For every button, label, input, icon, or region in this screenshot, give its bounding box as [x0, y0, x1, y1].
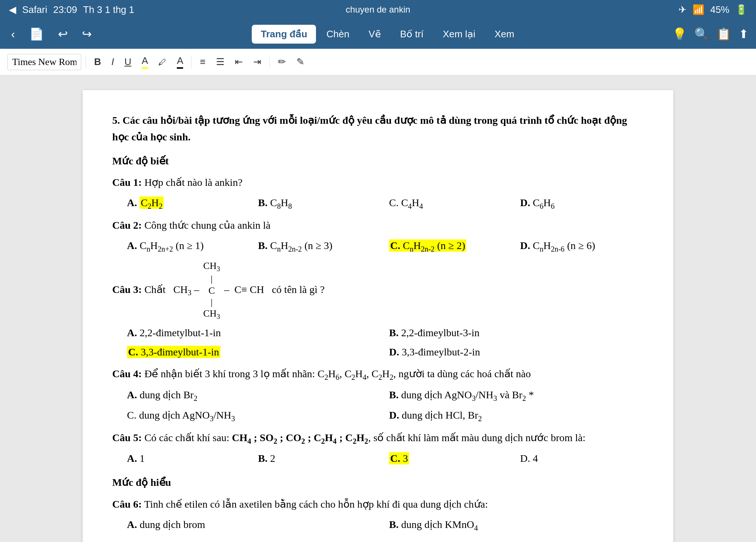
question-4: Câu 4: Để nhận biết 3 khí trong 3 lọ mất…: [112, 366, 644, 383]
text-a-label: A: [177, 55, 183, 66]
tab-trang-dau[interactable]: Trang đầu: [252, 25, 316, 44]
numbered-list-button[interactable]: ☰: [212, 54, 228, 70]
answer-3b: B. 2,2-đimeylbut-3-in: [389, 325, 644, 341]
answers-1: A. C2H2 B. C8H8 C. C4H4 D. C6H6: [127, 195, 644, 212]
document-page: 5. Các câu hỏi/bài tập tương ứng với mỗi…: [83, 90, 673, 542]
answer-2d: D. CnH2n-6 (n ≥ 6): [520, 238, 644, 255]
answer-4c: C. dung dịch AgNO3/NH3: [127, 407, 382, 425]
question-3-label: Câu 3: Chất CH3 – CH3 | C | CH3 – C≡ CH …: [112, 260, 644, 321]
answers-4: A. dung dịch Br2 B. dung dịch AgNO3/NH3 …: [127, 387, 644, 425]
back-arrow-icon: ◀: [9, 4, 16, 16]
chem-ch3-top: CH3: [203, 260, 220, 273]
chem-vert-bar-1: |: [211, 273, 213, 284]
answer-4d: D. dung dịch HCl, Br2: [389, 407, 644, 425]
question-5: Câu 5: Có các chất khí sau: CH4 ; SO2 ; …: [112, 430, 644, 447]
separator-3: [269, 55, 270, 69]
answer-3a: A. 2,2-đimetylbut-1-in: [127, 325, 382, 341]
tab-ve[interactable]: Vẽ: [360, 25, 389, 44]
highlight-answer-5c: C. 3: [389, 452, 409, 464]
tab-bo-tri[interactable]: Bố trí: [391, 25, 433, 44]
format-button[interactable]: ✏: [274, 54, 290, 70]
question-6: Câu 6: Tinh chế etilen có lẫn axetilen b…: [112, 496, 644, 513]
answer-6a: A. dung dịch brom: [127, 517, 382, 534]
tab-xem-lai[interactable]: Xem lại: [434, 25, 484, 44]
answer-6b: B. dung dịch KMnO4: [389, 517, 644, 534]
nav-tabs: Trang đầu Chèn Vẽ Bố trí Xem lại Xem: [107, 25, 669, 44]
highlight-color-button[interactable]: 🖊: [155, 54, 170, 70]
highlight-c2h2: C2H2: [140, 197, 164, 209]
document-area: 5. Các câu hỏi/bài tập tương ứng với mỗi…: [0, 75, 756, 542]
answer-2b: B. CnH2n-2 (n ≥ 3): [258, 238, 382, 255]
answer-5c: C. 3: [389, 450, 513, 467]
answers-5: A. 1 B. 2 C. 3 D. 4: [127, 450, 644, 467]
status-right: ✈ 📶 45% 🔋: [678, 4, 747, 16]
answer-5a: A. 1: [127, 450, 251, 467]
tab-xem[interactable]: Xem: [486, 25, 523, 44]
time: 23:09: [53, 4, 77, 16]
toolbar: B I U A 🖊 A ≡ ☰ ⇤ ⇥ ✏ ✎: [0, 49, 756, 75]
answer-1d: D. C6H6: [520, 195, 644, 212]
font-color-label: A: [142, 55, 148, 66]
chem-vert-bar-2: |: [211, 296, 213, 308]
battery-icon: 🔋: [735, 4, 747, 16]
question-1: Câu 1: Hợp chất nào là ankin?: [112, 174, 644, 191]
outdent-button[interactable]: ⇤: [231, 54, 247, 70]
answer-4a: A. dung dịch Br2: [127, 387, 382, 404]
nav-bar: ‹ 📄 ↩ ↪ Trang đầu Chèn Vẽ Bố trí Xem lại…: [0, 19, 756, 49]
search-icon[interactable]: 🔍: [694, 27, 709, 41]
date: Th 3 1 thg 1: [83, 4, 134, 16]
answer-3d: D. 3,3-đimeylbut-2-in: [389, 344, 644, 361]
separator-2: [191, 55, 192, 69]
chem-ch3-bottom: CH3: [203, 308, 220, 321]
font-color-button[interactable]: A: [138, 53, 152, 71]
undo-button[interactable]: ↩: [54, 25, 72, 43]
highlight-answer-3c: C. 3,3-đimeylbut-1-in: [127, 346, 220, 358]
italic-button[interactable]: I: [108, 54, 118, 70]
highlight-label: 🖊: [158, 58, 166, 67]
airplane-icon: ✈: [678, 4, 687, 16]
font-name-input[interactable]: [7, 54, 81, 70]
answer-2a: A. CnH2n+2 (n ≥ 1): [127, 238, 251, 255]
tab-chen[interactable]: Chèn: [317, 25, 358, 44]
answer-3c: C. 3,3-đimeylbut-1-in: [127, 344, 382, 361]
doc-title: chuyen de ankin: [346, 4, 410, 15]
separator-1: [86, 55, 86, 69]
nav-right: 💡 🔍 📋 ⬆: [672, 27, 749, 41]
document-icon-button[interactable]: 📄: [25, 25, 48, 43]
level-biet-title: Mức độ biết: [112, 153, 644, 170]
answer-2c: C. CnH2n-2 (n ≥ 2): [389, 238, 513, 255]
font-color-indicator: [142, 67, 148, 69]
answers-6: A. dung dịch brom B. dung dịch KMnO4: [127, 517, 644, 534]
app-name: Safari: [22, 4, 47, 16]
lightbulb-icon[interactable]: 💡: [672, 27, 687, 41]
answers-3: A. 2,2-đimetylbut-1-in B. 2,2-đimeylbut-…: [127, 325, 644, 361]
back-button[interactable]: ‹: [7, 25, 19, 43]
share-icon[interactable]: ⬆: [739, 27, 749, 41]
underline-button[interactable]: U: [121, 54, 135, 70]
answer-1c: C. C4H4: [389, 195, 513, 212]
answer-1b: B. C8H8: [258, 195, 382, 212]
chem-carbon: C: [209, 285, 215, 296]
highlight-answer-2c: C. CnH2n-2 (n ≥ 2): [389, 239, 466, 252]
level-hieu-title: Mức độ hiểu: [112, 474, 644, 491]
bold-button[interactable]: B: [90, 54, 105, 70]
answer-4b: B. dung dịch AgNO3/NH3 và Br2 *: [389, 387, 644, 404]
wifi-icon: 📶: [693, 4, 704, 16]
answer-5b: B. 2: [258, 450, 382, 467]
text-color-indicator: [177, 67, 183, 69]
answers-2: A. CnH2n+2 (n ≥ 1) B. CnH2n-2 (n ≥ 3) C.…: [127, 238, 644, 255]
clear-format-button[interactable]: ✎: [293, 54, 308, 70]
indent-button[interactable]: ⇥: [250, 54, 265, 70]
document-list-icon[interactable]: 📋: [717, 27, 731, 41]
nav-left: ‹ 📄 ↩ ↪: [7, 25, 96, 43]
bullet-list-button[interactable]: ≡: [196, 54, 209, 70]
redo-button[interactable]: ↪: [78, 25, 96, 43]
battery: 45%: [710, 4, 729, 16]
answer-1a: A. C2H2: [127, 195, 251, 212]
text-color-button[interactable]: A: [173, 53, 187, 71]
status-left: ◀ Safari 23:09 Th 3 1 thg 1: [9, 4, 134, 16]
question-2: Câu 2: Công thức chung của ankin là: [112, 217, 644, 234]
section-title: 5. Các câu hỏi/bài tập tương ứng với mỗi…: [112, 112, 644, 146]
answer-5d: D. 4: [520, 450, 644, 467]
status-bar: ◀ Safari 23:09 Th 3 1 thg 1 chuyen de an…: [0, 0, 756, 19]
